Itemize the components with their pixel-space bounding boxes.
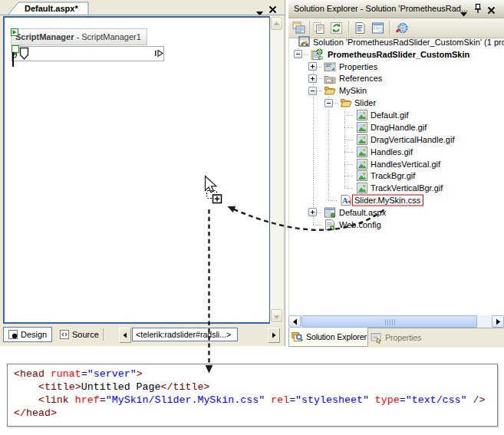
svg-text:A: A: [342, 196, 348, 205]
tool-window-tabs: Solution Explorer Properties: [288, 328, 504, 348]
tree-item-trackverticalbgr-gif[interactable]: TrackVerticalBgr.gif: [289, 182, 504, 194]
tree-item-label: DragVerticalHandle.gif: [371, 135, 454, 144]
image-file-icon: [356, 146, 368, 158]
expand-toggle-icon[interactable]: [308, 208, 317, 216]
tree-item-prometheusradslider-customskin[interactable]: C#PrometheusRadSlider_CustomSkin: [289, 48, 504, 61]
tree-item-label: Properties: [339, 62, 377, 71]
tag-navigator[interactable]: <telerik:radslider#radsli...>: [132, 328, 238, 341]
scroll-up-button[interactable]: [271, 17, 282, 30]
code-line: </head>: [14, 407, 486, 420]
collapse-toggle-icon[interactable]: [294, 50, 302, 58]
tree-item-label: Default.aspx: [339, 208, 386, 217]
scroll-left-button[interactable]: [288, 315, 301, 328]
refresh-icon[interactable]: [330, 21, 343, 35]
css-file-icon: A: [340, 194, 352, 206]
designer-view-bar: Design Source <telerik:radslider#radsli.…: [0, 325, 285, 345]
web-config-icon: [324, 219, 336, 231]
tree-item-label: Slider.MySkin.css: [352, 195, 423, 206]
tab-strip-divider: [0, 15, 285, 15]
folder-open-icon: [324, 84, 336, 97]
tree-item-solution-prometheusradslider-customskin-1-project-[interactable]: Solution 'PrometheusRadSlider_CustomSkin…: [289, 36, 504, 48]
tree-item-label: HandlesVertical.gif: [371, 160, 440, 169]
tree-item-handlesvertical-gif[interactable]: HandlesVertical.gif: [289, 158, 504, 170]
tree-item-label: MySkin: [339, 86, 367, 95]
toolbar-separator: [309, 21, 310, 35]
design-view-icon: [8, 330, 18, 339]
tree-item-label: Slider: [354, 98, 376, 107]
tree-item-draghandle-gif[interactable]: DragHandle.gif: [289, 121, 504, 133]
view-code-icon[interactable]: [354, 21, 367, 35]
smart-tag-icon[interactable]: [11, 28, 18, 36]
tab-solution-explorer[interactable]: Solution Explorer: [288, 328, 368, 347]
tab-default-aspx[interactable]: Default.aspx*: [6, 2, 89, 15]
web-project-icon: C#: [311, 48, 323, 61]
tree-item-label: DragHandle.gif: [371, 123, 427, 132]
tree-item-dragverticalhandle-gif[interactable]: DragVerticalHandle.gif: [289, 133, 504, 146]
tree-item-default-aspx[interactable]: Default.aspx: [289, 206, 504, 219]
solution-tree: Solution 'PrometheusRadSlider_CustomSkin…: [288, 38, 504, 315]
code-line: <title>Untitled Page</title>: [14, 381, 486, 394]
designer-panel: Default.aspx* ScriptManager - ScriptMana…: [0, 0, 285, 346]
tag-nav-back-button[interactable]: [119, 328, 131, 343]
expand-toggle-icon[interactable]: [308, 62, 317, 71]
collapse-toggle-icon[interactable]: [324, 99, 333, 107]
image-file-icon: [356, 121, 368, 133]
solution-explorer-title: Solution Explorer - Solution 'Prometheus…: [294, 4, 468, 13]
view-bar-separator: [103, 328, 104, 341]
design-surface[interactable]: [3, 16, 271, 324]
tree-item-label: Default.gif: [371, 110, 409, 120]
designer-vertical-scrollbar[interactable]: [270, 16, 283, 324]
source-view-button[interactable]: Source: [55, 327, 104, 342]
tree-item-label: Handles.gif: [371, 147, 413, 157]
tree-item-trackbgr-gif[interactable]: TrackBgr.gif: [289, 170, 504, 182]
pin-icon[interactable]: [473, 3, 483, 17]
tree-item-default-gif[interactable]: Default.gif: [289, 109, 504, 121]
aspx-file-icon: [324, 206, 336, 219]
scriptmanager-control-id: - ScriptManager1: [74, 32, 140, 41]
folder-open-icon: [340, 97, 352, 109]
image-file-icon: [356, 109, 368, 121]
tree-item-label: Solution 'PrometheusRadSlider_CustomSkin…: [313, 38, 504, 47]
design-view-button[interactable]: Design: [3, 327, 52, 342]
tab-properties[interactable]: Properties: [368, 328, 424, 347]
code-snippet-box: <head runat="server"> <title>Untitled Pa…: [7, 364, 498, 427]
toolbar-separator: [389, 21, 390, 35]
tree-item-slider[interactable]: Slider: [289, 97, 504, 109]
properties-window-icon[interactable]: [292, 21, 305, 35]
document-tab-strip: Default.aspx*: [0, 0, 285, 15]
designer-caret: [12, 52, 14, 67]
scriptmanager-control[interactable]: ScriptManager - ScriptManager1: [11, 28, 147, 45]
solution-explorer-titlebar[interactable]: Solution Explorer - Solution 'Prometheus…: [288, 0, 504, 18]
source-view-icon: [60, 330, 69, 339]
copy-web-site-icon[interactable]: [395, 21, 408, 35]
image-file-icon: [356, 158, 368, 170]
code-line: <head runat="server">: [14, 367, 486, 381]
scrollbar-thumb[interactable]: [301, 315, 477, 328]
tab-label: Default.aspx*: [25, 4, 78, 13]
tree-item-handles-gif[interactable]: Handles.gif: [289, 146, 504, 158]
screenshot-root: { "designer": { "tab_label": "Default.as…: [0, 0, 504, 435]
view-designer-icon[interactable]: [371, 21, 384, 35]
tab-label: Solution Explorer: [306, 332, 367, 341]
expand-toggle-icon[interactable]: [308, 74, 317, 83]
close-icon[interactable]: [487, 4, 496, 18]
show-all-files-icon[interactable]: [312, 21, 325, 35]
tree-item-references[interactable]: References: [289, 73, 504, 85]
references-folder-icon: [324, 73, 336, 85]
solution-icon: [298, 36, 311, 48]
collapse-toggle-icon[interactable]: [308, 87, 317, 95]
tag-nav-forward-button[interactable]: [268, 328, 280, 343]
design-button-label: Design: [21, 330, 47, 339]
tree-item-myskin[interactable]: MySkin: [289, 84, 504, 97]
solution-explorer-panel: Solution Explorer - Solution 'Prometheus…: [288, 0, 504, 348]
radslider-control[interactable]: [12, 46, 164, 61]
tree-item-web-config[interactable]: Web.config: [289, 219, 504, 231]
code-lines: <head runat="server"> <title>Untitled Pa…: [14, 367, 486, 420]
scrollbar-grip: [385, 319, 395, 325]
scroll-right-button[interactable]: [492, 315, 504, 328]
tree-item-properties[interactable]: Properties: [289, 61, 504, 73]
scroll-down-button[interactable]: [271, 309, 282, 322]
tree-item-slider-myskin-css[interactable]: ASlider.MySkin.css: [289, 194, 504, 206]
code-line: <link href="MySkin/Slider.MySkin.css" re…: [14, 394, 486, 407]
solution-explorer-horizontal-scrollbar[interactable]: [288, 315, 504, 328]
